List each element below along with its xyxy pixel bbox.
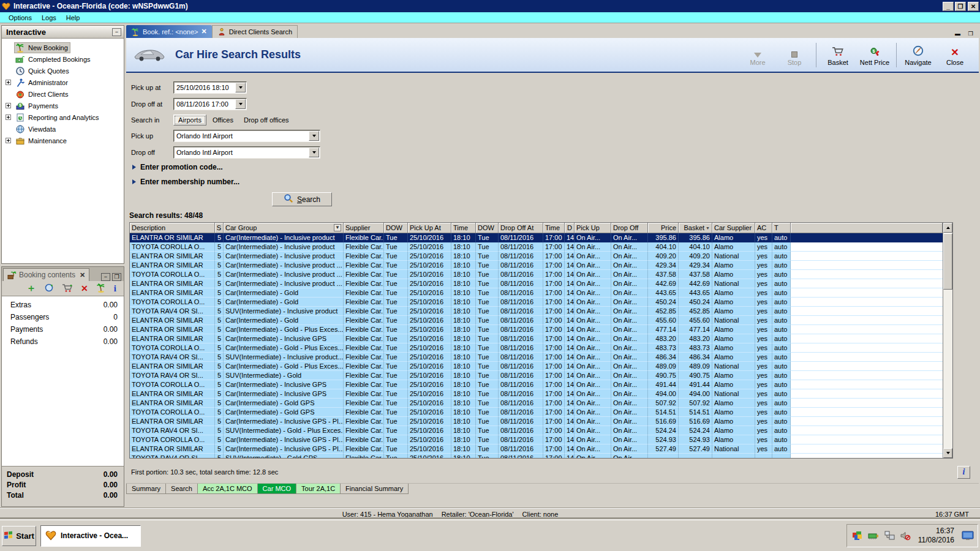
- segment-airports[interactable]: Airports: [173, 114, 206, 126]
- table-row[interactable]: TOYOTA RAV4 OR SI...5SUV(Intermediate) -…: [130, 353, 943, 362]
- add-item-icon[interactable]: ＋: [26, 284, 36, 293]
- sidebar-item-payments[interactable]: $Payments: [2, 100, 124, 111]
- sidebar-item-completed-bookings[interactable]: Completed Bookings: [2, 53, 124, 65]
- dropdown-arrow-icon[interactable]: [309, 131, 319, 141]
- table-row[interactable]: TOYOTA COROLLA O...5Car(Intermediate) - …: [130, 435, 943, 444]
- column-header-drop-off-at[interactable]: Drop Off At: [499, 223, 543, 233]
- collapse-panel-button[interactable]: −: [112, 28, 121, 36]
- column-header-description[interactable]: Description: [130, 223, 215, 233]
- sidebar-item-new-booking[interactable]: New Booking: [2, 42, 124, 53]
- table-row[interactable]: ELANTRA OR SIMILAR5Car(Intermediate) - I…: [130, 233, 943, 242]
- table-row[interactable]: TOYOTA RAV4 OR SI...5SUV(Intermediate) -…: [130, 454, 943, 458]
- table-row[interactable]: TOYOTA RAV4 OR SI...5SUV(Intermediate) -…: [130, 426, 943, 435]
- table-row[interactable]: ELANTRA OR SIMILAR5Car(Intermediate) - I…: [130, 334, 943, 343]
- expand-icon[interactable]: [6, 80, 11, 85]
- column-header-dow[interactable]: DOW: [476, 223, 499, 233]
- refresh-icon[interactable]: [44, 283, 54, 294]
- network-card-tray-icon[interactable]: [868, 530, 879, 541]
- add-to-basket-icon[interactable]: [62, 283, 73, 294]
- table-row[interactable]: ELANTRA OR SIMILAR5Car(Intermediate) - I…: [130, 444, 943, 454]
- close-tab-icon[interactable]: ✕: [80, 271, 85, 279]
- tab-search[interactable]: Search: [166, 484, 198, 494]
- table-row[interactable]: ELANTRA OR SIMILAR5Car(Intermediate) - G…: [130, 399, 943, 408]
- sidebar-item-direct-clients[interactable]: Direct Clients: [2, 88, 124, 100]
- column-header-drop-off[interactable]: Drop Off: [611, 223, 648, 233]
- tab-direct-clients-search[interactable]: Direct Clients Search: [212, 25, 298, 38]
- list-item[interactable]: Extras0.00: [2, 299, 124, 311]
- table-row[interactable]: ELANTRA OR SIMILAR5Car(Intermediate) - I…: [130, 252, 943, 261]
- table-row[interactable]: TOYOTA COROLLA O...5Car(Intermediate) - …: [130, 270, 943, 279]
- booking-contents-tab[interactable]: Booking contents ✕: [3, 268, 89, 281]
- navigate-button[interactable]: Navigate: [900, 44, 936, 67]
- vertical-scrollbar[interactable]: [943, 223, 952, 458]
- panel-minimize-button[interactable]: −: [101, 273, 110, 281]
- column-header-d[interactable]: D: [565, 223, 575, 233]
- delete-icon[interactable]: ✕: [81, 283, 88, 293]
- list-item[interactable]: Passengers0: [2, 311, 124, 323]
- list-item[interactable]: Payments0.00: [2, 323, 124, 335]
- dropoff-at-combo[interactable]: 08/11/2016 17:00: [173, 98, 247, 110]
- sidebar-item-administrator[interactable]: Administrator: [2, 77, 124, 88]
- show-desktop-icon[interactable]: [962, 530, 973, 541]
- column-header-time[interactable]: Time: [451, 223, 476, 233]
- filter-funnel-icon[interactable]: ▼: [334, 224, 341, 231]
- column-header-supplier[interactable]: Supplier: [344, 223, 384, 233]
- expand-icon[interactable]: [6, 114, 11, 120]
- column-header-dow[interactable]: DOW: [384, 223, 408, 233]
- table-row[interactable]: TOYOTA COROLLA O...5Car(Intermediate) - …: [130, 242, 943, 252]
- info-button[interactable]: i: [957, 466, 970, 479]
- table-row[interactable]: ELANTRA OR SIMILAR5Car(Intermediate) - I…: [130, 261, 943, 270]
- column-header-pick-up[interactable]: Pick Up: [575, 223, 611, 233]
- taskbar-clock[interactable]: 16:37 11/08/2016: [916, 527, 957, 545]
- column-header-car-supplier[interactable]: Car Supplier: [712, 223, 755, 233]
- antivirus-tray-icon[interactable]: [852, 530, 863, 541]
- column-header-price[interactable]: Price: [648, 223, 679, 233]
- tab-summary[interactable]: Summary: [126, 484, 166, 494]
- table-row[interactable]: TOYOTA COROLLA O...5Car(Intermediate) - …: [130, 298, 943, 307]
- column-header-car-group[interactable]: Car Group▼: [224, 223, 344, 233]
- taskbar-task-interactive[interactable]: Interactive - Ocea...: [40, 525, 141, 547]
- table-row[interactable]: ELANTRA OR SIMILAR5Car(Intermediate) - I…: [130, 417, 943, 426]
- table-row[interactable]: ELANTRA OR SIMILAR5Car(Intermediate) - G…: [130, 362, 943, 371]
- sidebar-item-reporting-analytics[interactable]: Reporting and Analytics: [2, 111, 124, 123]
- table-row[interactable]: ELANTRA OR SIMILAR5Car(Intermediate) - G…: [130, 288, 943, 298]
- area-minimize-button[interactable]: ▬: [953, 30, 962, 38]
- column-header-basket[interactable]: Basket▼: [679, 223, 712, 233]
- nett-price-button[interactable]: $Nett Price: [857, 45, 892, 67]
- info-icon[interactable]: i: [114, 283, 116, 294]
- column-header-t[interactable]: T: [772, 223, 791, 233]
- tab-tour[interactable]: Tour 2A,1C: [296, 484, 341, 494]
- menu-help[interactable]: Help: [61, 13, 85, 22]
- palm-tree-small-icon[interactable]: [96, 283, 106, 294]
- table-row[interactable]: ELANTRA OR SIMILAR5Car(Intermediate) - I…: [130, 279, 943, 288]
- segment-offices[interactable]: Offices: [208, 115, 238, 125]
- sidebar-item-maintenance[interactable]: Maintenance: [2, 135, 124, 146]
- area-maximize-button[interactable]: ❒: [966, 30, 975, 38]
- table-row[interactable]: TOYOTA COROLLA O...5Car(Intermediate) - …: [130, 343, 943, 353]
- basket-button[interactable]: Basket: [820, 45, 856, 67]
- membership-number-expander[interactable]: Enter membership number...: [132, 178, 979, 186]
- dropdown-arrow-icon[interactable]: [309, 148, 319, 157]
- close-tab-icon[interactable]: ✕: [202, 28, 207, 36]
- table-row[interactable]: TOYOTA RAV4 OR SI...5SUV(Intermediate) -…: [130, 371, 943, 380]
- dropdown-arrow-icon[interactable]: [235, 83, 246, 92]
- network-status-tray-icon[interactable]: [884, 530, 895, 541]
- sidebar-item-quick-quotes[interactable]: Quick Quotes: [2, 65, 124, 77]
- table-row[interactable]: TOYOTA COROLLA O...5Car(Intermediate) - …: [130, 408, 943, 417]
- volume-muted-tray-icon[interactable]: [900, 530, 911, 541]
- table-row[interactable]: ELANTRA OR SIMILAR5Car(Intermediate) - G…: [130, 316, 943, 325]
- table-row[interactable]: TOYOTA COROLLA O...5Car(Intermediate) - …: [130, 380, 943, 389]
- table-row[interactable]: ELANTRA OR SIMILAR5Car(Intermediate) - G…: [130, 325, 943, 334]
- tab-car-mco[interactable]: Car MCO: [258, 484, 296, 494]
- search-button[interactable]: Search: [272, 192, 332, 206]
- segment-dropoff-offices[interactable]: Drop off offices: [239, 115, 293, 125]
- expand-icon[interactable]: [6, 138, 11, 143]
- expand-icon[interactable]: [6, 103, 11, 108]
- minimize-button[interactable]: _: [943, 2, 954, 11]
- column-header-ac[interactable]: AC: [755, 223, 772, 233]
- scroll-thumb[interactable]: [943, 233, 952, 290]
- promotion-code-expander[interactable]: Enter promotion code...: [132, 163, 979, 171]
- panel-maximize-button[interactable]: ❒: [112, 273, 121, 281]
- column-header-s[interactable]: S: [215, 223, 224, 233]
- dropdown-arrow-icon[interactable]: [235, 99, 246, 109]
